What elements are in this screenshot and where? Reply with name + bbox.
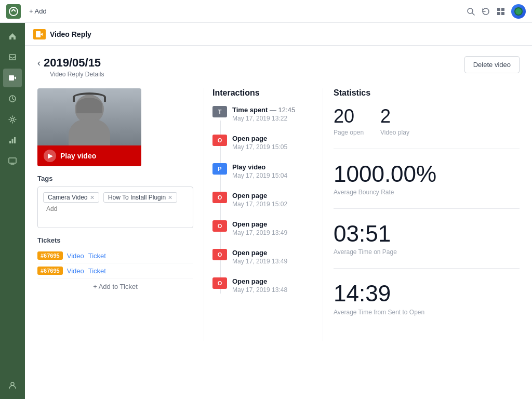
top-nav: + Add xyxy=(0,0,532,23)
interaction-details-7: Open page May 17, 2019 13:48 xyxy=(232,277,287,294)
tag-remove-camera[interactable]: ✕ xyxy=(90,194,95,201)
video-thumbnail[interactable]: ▶ Play video xyxy=(37,88,141,166)
statistics-title: Statistics xyxy=(334,88,520,98)
stat-avg-time-sent-value: 14:39 xyxy=(334,281,520,306)
tag-chip-plugin[interactable]: How To Install Plugin ✕ xyxy=(103,192,177,203)
sidebar-nav xyxy=(0,23,25,399)
sidebar-item-person[interactable] xyxy=(3,376,22,395)
ticket-link-2[interactable]: Ticket xyxy=(88,267,106,275)
play-icon: ▶ xyxy=(44,150,56,162)
stat-video-play: 2 Video play xyxy=(380,106,409,136)
time-spent-value: — 12:45 xyxy=(268,106,295,114)
svg-point-8 xyxy=(515,8,522,15)
search-icon[interactable] xyxy=(467,7,475,16)
interaction-date-4: May 17, 2019 15:02 xyxy=(232,201,287,208)
second-nav-title: Video Reply xyxy=(50,30,91,38)
interaction-badge-o5: O xyxy=(212,220,227,232)
stat-bounce-rate-label: Average Bouncy Rate xyxy=(334,189,520,196)
svg-rect-17 xyxy=(9,158,16,163)
table-row: #67695 Video Ticket xyxy=(37,248,193,263)
interaction-badge-o7: O xyxy=(212,277,227,289)
interaction-badge-o2: O xyxy=(212,135,227,146)
second-nav: Video Reply xyxy=(25,23,532,46)
stat-page-open-label: Page open xyxy=(334,129,364,136)
interaction-date-7: May 17, 2019 13:48 xyxy=(232,286,287,294)
interaction-details-1: Time spent — 12:45 May 17, 2019 13:22 xyxy=(232,106,295,122)
svg-rect-14 xyxy=(9,141,11,143)
stat-page-open: 20 Page open xyxy=(334,106,364,136)
interaction-title-1: Time spent — 12:45 xyxy=(232,106,295,114)
interaction-date-5: May 17, 2019 13:49 xyxy=(232,229,287,236)
tag-add-input[interactable] xyxy=(42,204,73,214)
interaction-timeline: T Time spent — 12:45 May 17, 2019 13:22 … xyxy=(212,106,314,294)
list-item: O Open page May 17, 2019 15:05 xyxy=(212,135,314,151)
ticket-video-link-2[interactable]: Video xyxy=(67,267,84,275)
stat-avg-time: 03:51 Average Time on Page xyxy=(334,221,520,269)
stat-video-play-value: 2 xyxy=(380,106,409,127)
interaction-details-3: Play video May 17, 2019 15:04 xyxy=(232,163,287,179)
svg-rect-6 xyxy=(501,12,504,15)
video-play-overlay[interactable]: ▶ Play video xyxy=(37,145,141,166)
interaction-title-6: Open page xyxy=(232,249,287,257)
tags-box: Camera Video ✕ How To Install Plugin ✕ xyxy=(37,187,193,228)
grid-icon[interactable] xyxy=(497,7,505,16)
sidebar-item-chart[interactable] xyxy=(3,131,22,150)
sidebar-item-home[interactable] xyxy=(3,27,22,46)
tags-section: Tags Camera Video ✕ How To Install Plugi… xyxy=(37,175,193,228)
add-ticket-button[interactable]: + Add to Ticket xyxy=(37,278,193,295)
content-area: ‹ 2019/05/15 Video Reply Details Delete … xyxy=(25,46,532,399)
stat-avg-time-value: 03:51 xyxy=(334,221,520,246)
left-column: ▶ Play video Tags Camera Video ✕ How To … xyxy=(37,88,204,341)
svg-rect-4 xyxy=(501,8,504,11)
svg-marker-21 xyxy=(41,33,43,36)
statistics-column: Statistics 20 Page open 2 Video play 100… xyxy=(323,88,520,341)
top-nav-icons xyxy=(467,4,526,19)
list-item: P Play video May 17, 2019 15:04 xyxy=(212,163,314,179)
page-title: 2019/05/15 xyxy=(44,56,101,70)
user-avatar[interactable] xyxy=(511,4,526,19)
delete-video-button[interactable]: Delete video xyxy=(464,56,520,73)
tickets-label: Tickets xyxy=(37,236,193,244)
svg-point-13 xyxy=(11,118,14,121)
svg-rect-20 xyxy=(36,31,41,37)
list-item: O Open page May 17, 2019 13:49 xyxy=(212,220,314,236)
interaction-details-2: Open page May 17, 2019 15:05 xyxy=(232,135,287,151)
sidebar-item-settings[interactable] xyxy=(3,110,22,129)
tag-chip-camera[interactable]: Camera Video ✕ xyxy=(43,192,99,203)
back-nav: ‹ 2019/05/15 Video Reply Details xyxy=(37,56,104,78)
svg-rect-16 xyxy=(14,137,16,143)
sidebar-item-video[interactable] xyxy=(3,69,22,87)
interaction-title-2: Open page xyxy=(232,135,287,142)
tags-label: Tags xyxy=(37,175,193,182)
add-button[interactable]: + Add xyxy=(25,5,51,17)
refresh-icon[interactable] xyxy=(481,7,490,16)
sidebar-item-clock[interactable] xyxy=(3,89,22,108)
stat-avg-time-sent: 14:39 Average Time from Sent to Open xyxy=(334,281,520,328)
svg-rect-10 xyxy=(9,75,14,81)
stat-page-open-value: 20 xyxy=(334,106,364,127)
stat-bounce-rate: 1000.00% Average Bouncy Rate xyxy=(334,162,520,209)
svg-rect-3 xyxy=(497,8,500,11)
ticket-link-1[interactable]: Ticket xyxy=(88,252,106,260)
tag-remove-plugin[interactable]: ✕ xyxy=(168,194,172,201)
svg-point-19 xyxy=(11,382,14,385)
interactions-title: Interactions xyxy=(212,88,314,98)
stat-avg-time-sent-label: Average Time from Sent to Open xyxy=(334,309,520,316)
tickets-section: Tickets #67695 Video Ticket #67695 Video… xyxy=(37,236,193,295)
sidebar-item-inbox[interactable] xyxy=(3,48,22,66)
interaction-details-5: Open page May 17, 2019 13:49 xyxy=(232,220,287,236)
video-reply-icon xyxy=(33,29,46,39)
sidebar-item-monitor[interactable] xyxy=(3,152,22,170)
ticket-id-2: #67695 xyxy=(37,267,63,275)
svg-rect-15 xyxy=(12,139,14,143)
back-arrow[interactable]: ‹ xyxy=(37,58,41,69)
stat-bounce-rate-value: 1000.00% xyxy=(334,162,520,187)
stat-video-play-label: Video play xyxy=(380,129,409,136)
ticket-id-1: #67695 xyxy=(37,251,63,260)
list-item: T Time spent — 12:45 May 17, 2019 13:22 xyxy=(212,106,314,122)
list-item: O Open page May 17, 2019 13:49 xyxy=(212,249,314,265)
interaction-badge-o4: O xyxy=(212,192,227,203)
interactions-column: Interactions T Time spent — 12:45 May 17… xyxy=(204,88,323,341)
svg-marker-11 xyxy=(14,76,16,79)
ticket-video-link-1[interactable]: Video xyxy=(67,252,84,260)
